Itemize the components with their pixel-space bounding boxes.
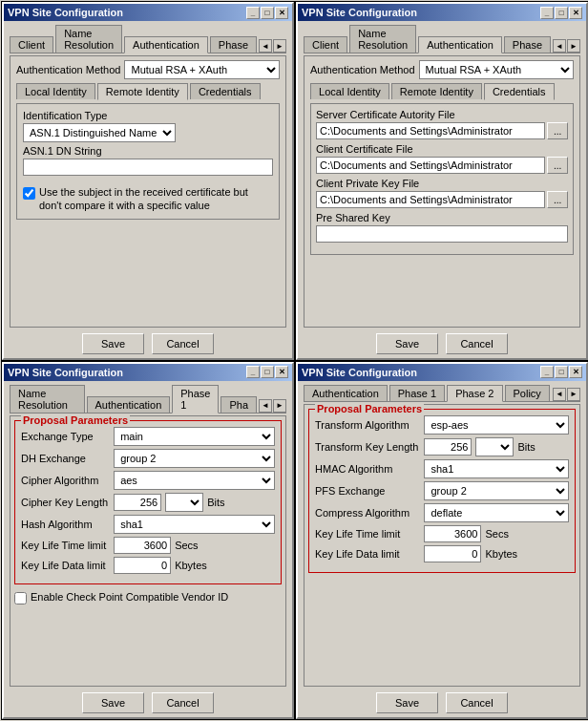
cancel-btn-tr[interactable]: Cancel bbox=[446, 333, 508, 354]
tab-nav-left-br[interactable]: ◄ bbox=[553, 388, 566, 401]
compress-algo-select[interactable]: deflate bbox=[424, 503, 569, 522]
cancel-btn-tl[interactable]: Cancel bbox=[152, 333, 214, 354]
cancel-btn-bl[interactable]: Cancel bbox=[152, 692, 214, 713]
maximize-btn-tr[interactable]: □ bbox=[555, 7, 568, 19]
subtab-creds-tl[interactable]: Credentials bbox=[190, 83, 261, 99]
checkpoint-checkbox[interactable] bbox=[14, 592, 27, 604]
buttons-bl: Save Cancel bbox=[10, 687, 286, 713]
transform-algo-select[interactable]: esp-aes bbox=[424, 415, 569, 435]
subtab-creds-tr[interactable]: Credentials bbox=[484, 83, 555, 100]
subtab-remote-tr[interactable]: Remote Identity bbox=[391, 83, 482, 99]
tab-nav-left-tr[interactable]: ◄ bbox=[553, 39, 566, 53]
tab-nav-left-bl[interactable]: ◄ bbox=[259, 399, 272, 413]
cipher-key-unit-select[interactable] bbox=[165, 493, 203, 512]
auth-method-select-tr[interactable]: Mutual RSA + XAuth bbox=[419, 60, 575, 79]
cancel-btn-br[interactable]: Cancel bbox=[446, 692, 508, 713]
close-btn-br[interactable]: ✕ bbox=[569, 366, 582, 378]
transform-key-input[interactable] bbox=[424, 438, 472, 456]
tab-policy-br[interactable]: Policy bbox=[505, 385, 550, 401]
cipher-key-bits: Bits bbox=[207, 497, 224, 508]
client-key-browse[interactable]: ... bbox=[547, 191, 568, 208]
exchange-type-select[interactable]: main bbox=[114, 427, 275, 446]
tab-nameres-bl[interactable]: Name Resolution bbox=[10, 385, 85, 413]
title-bottom-left: VPN Site Configuration bbox=[8, 367, 123, 378]
tab-client-tl[interactable]: Client bbox=[10, 36, 53, 53]
tab-client-tr[interactable]: Client bbox=[304, 36, 347, 53]
tab-phase1-bl[interactable]: Phase 1 bbox=[172, 385, 219, 414]
pfs-exchange-select[interactable]: group 2 bbox=[424, 481, 569, 500]
client-cert-input[interactable] bbox=[316, 157, 545, 174]
subtab-local-tl[interactable]: Local Identity bbox=[16, 83, 95, 99]
client-cert-input-row: ... bbox=[316, 157, 568, 174]
tab-auth-tr[interactable]: Authentication bbox=[418, 36, 502, 53]
window-top-left: VPN Site Configuration _ □ ✕ Client Name… bbox=[2, 2, 294, 360]
tab-nav-right-tl[interactable]: ► bbox=[273, 39, 286, 53]
client-key-label: Client Private Key File bbox=[316, 178, 568, 189]
phase2-panel-br: Proposal Parameters Transform Algorithm … bbox=[304, 404, 580, 688]
dh-exchange-select[interactable]: group 2 bbox=[114, 449, 275, 468]
subtab-local-tr[interactable]: Local Identity bbox=[310, 83, 389, 99]
window-bottom-right: VPN Site Configuration _ □ ✕ Authenticat… bbox=[296, 362, 588, 720]
key-life-time-input-bl[interactable] bbox=[114, 537, 171, 554]
transform-key-unit-select[interactable] bbox=[475, 437, 514, 456]
tab-phase2-br[interactable]: Phase 2 bbox=[447, 385, 502, 402]
server-cert-input[interactable] bbox=[316, 122, 545, 139]
dn-string-input[interactable] bbox=[23, 159, 273, 176]
subtab-remote-tl[interactable]: Remote Identity bbox=[97, 83, 188, 100]
key-life-time-input-br[interactable] bbox=[424, 525, 481, 542]
close-btn-tl[interactable]: ✕ bbox=[275, 7, 288, 19]
save-btn-tr[interactable]: Save bbox=[376, 333, 438, 354]
cipher-algo-select[interactable]: aes bbox=[114, 471, 275, 490]
tab-nav-tr: ◄ ► bbox=[553, 39, 580, 53]
use-subject-checkbox[interactable] bbox=[23, 187, 35, 200]
tab-nav-right-br[interactable]: ► bbox=[567, 388, 580, 401]
sub-tabs-tr: Local Identity Remote Identity Credentia… bbox=[310, 83, 574, 99]
client-key-input[interactable] bbox=[316, 191, 545, 208]
phase1-form: Exchange Type main DH Exchange group 2 C… bbox=[21, 427, 275, 574]
maximize-btn-tl[interactable]: □ bbox=[261, 7, 274, 19]
tab-auth-bl[interactable]: Authentication bbox=[87, 396, 171, 413]
minimize-btn-br[interactable]: _ bbox=[540, 366, 554, 378]
save-btn-br[interactable]: Save bbox=[376, 692, 438, 713]
minimize-btn-tr[interactable]: _ bbox=[540, 7, 554, 19]
tab-nav-left-tl[interactable]: ◄ bbox=[259, 39, 272, 53]
close-btn-tr[interactable]: ✕ bbox=[569, 7, 582, 19]
auth-method-select-tl[interactable]: Mutual RSA + XAuth bbox=[124, 60, 280, 79]
hmac-algo-select[interactable]: sha1 bbox=[424, 459, 569, 478]
tab-auth-tl[interactable]: Authentication bbox=[124, 36, 208, 53]
tab-nav-right-bl[interactable]: ► bbox=[273, 399, 286, 413]
tab-phase-tl[interactable]: Phase bbox=[210, 36, 257, 53]
transform-algo-label: Transform Algorithm bbox=[315, 419, 418, 431]
cipher-key-row: Bits bbox=[114, 493, 275, 512]
key-life-data-input-br[interactable] bbox=[424, 545, 481, 562]
close-btn-bl[interactable]: ✕ bbox=[275, 366, 288, 378]
maximize-btn-bl[interactable]: □ bbox=[261, 366, 274, 378]
proposal-title-br: Proposal Parameters bbox=[315, 403, 424, 414]
tab-nav-right-tr[interactable]: ► bbox=[567, 39, 580, 53]
main-tabs-tr: Client Name Resolution Authentication Ph… bbox=[304, 25, 580, 53]
client-cert-browse[interactable]: ... bbox=[547, 157, 568, 174]
cipher-key-input[interactable] bbox=[114, 494, 161, 511]
tab-phase-tr[interactable]: Phase bbox=[504, 36, 551, 53]
tab-phase1-br[interactable]: Phase 1 bbox=[389, 385, 445, 401]
client-key-row: Client Private Key File ... bbox=[316, 178, 568, 208]
tab-pha-bl[interactable]: Pha bbox=[220, 396, 257, 413]
maximize-btn-br[interactable]: □ bbox=[555, 366, 568, 378]
key-life-data-row-br: Kbytes bbox=[424, 545, 569, 562]
key-life-data-input-bl[interactable] bbox=[114, 557, 171, 574]
save-btn-tl[interactable]: Save bbox=[82, 333, 144, 354]
hash-algo-select[interactable]: sha1 bbox=[114, 515, 275, 534]
minimize-btn-bl[interactable]: _ bbox=[246, 366, 260, 378]
id-type-select[interactable]: ASN.1 Distinguished Name bbox=[23, 123, 176, 142]
preshared-input[interactable] bbox=[316, 225, 568, 243]
save-btn-bl[interactable]: Save bbox=[82, 692, 144, 713]
tab-nameres-tr[interactable]: Name Resolution bbox=[349, 25, 416, 53]
server-cert-browse[interactable]: ... bbox=[547, 122, 568, 139]
transform-key-label: Transform Key Length bbox=[315, 441, 418, 453]
title-bar-bottom-left: VPN Site Configuration _ □ ✕ bbox=[4, 364, 292, 381]
window-bottom-left: VPN Site Configuration _ □ ✕ Name Resolu… bbox=[2, 362, 294, 720]
minimize-btn-tl[interactable]: _ bbox=[246, 7, 260, 19]
title-controls-tr: _ □ ✕ bbox=[540, 7, 582, 19]
tab-nameres-tl[interactable]: Name Resolution bbox=[55, 25, 122, 53]
tab-auth-br[interactable]: Authentication bbox=[304, 385, 388, 401]
